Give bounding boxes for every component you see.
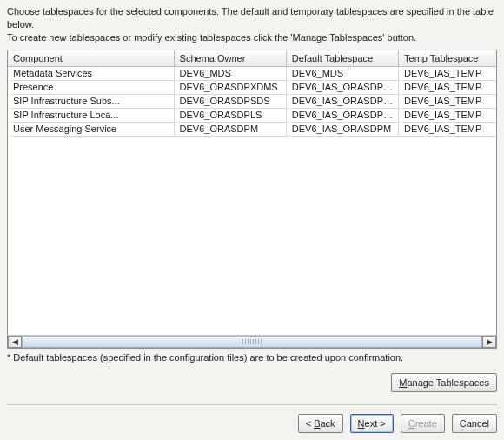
- back-button[interactable]: < Back: [298, 414, 343, 433]
- table-cell[interactable]: Presence: [8, 80, 174, 94]
- table-row[interactable]: SIP Infrastructure Loca...DEV6_ORASDPLSD…: [8, 108, 496, 122]
- create-button: Create: [401, 414, 445, 433]
- table-cell[interactable]: DEV6_IAS_TEMP: [399, 94, 496, 108]
- table-cell[interactable]: DEV6_IAS_TEMP: [399, 108, 496, 122]
- table-cell[interactable]: DEV6_IAS_ORASDPM: [286, 122, 398, 136]
- scroll-thumb[interactable]: [22, 336, 482, 348]
- col-header-temp-tablespace[interactable]: Temp Tablespace: [399, 50, 496, 67]
- wizard-nav-row: < Back Next > Create Cancel: [7, 414, 497, 433]
- scroll-track[interactable]: [22, 336, 482, 348]
- table-cell[interactable]: DEV6_ORASDPLS: [174, 108, 286, 122]
- table-row[interactable]: PresenceDEV6_ORASDPXDMSDEV6_IAS_ORASDPXD…: [8, 80, 496, 94]
- table-cell[interactable]: DEV6_IAS_TEMP: [399, 80, 496, 94]
- table-cell[interactable]: DEV6_ORASDPSDS: [174, 94, 286, 108]
- footnote-text: * Default tablespaces (specified in the …: [7, 352, 497, 363]
- horizontal-scrollbar[interactable]: ◀ ▶: [7, 335, 497, 349]
- col-header-schema-owner[interactable]: Schema Owner: [174, 50, 286, 67]
- table-row[interactable]: SIP Infrastructure Subs...DEV6_ORASDPSDS…: [8, 94, 496, 108]
- table-cell[interactable]: DEV6_ORASDPXDMS: [174, 80, 286, 94]
- instruction-line-1: Choose tablespaces for the selected comp…: [7, 5, 497, 31]
- table-row[interactable]: Metadata ServicesDEV6_MDSDEV6_MDSDEV6_IA…: [8, 66, 496, 80]
- table-cell[interactable]: DEV6_ORASDPM: [174, 122, 286, 136]
- next-button[interactable]: Next >: [350, 414, 394, 433]
- scroll-left-button[interactable]: ◀: [8, 336, 22, 348]
- col-header-default-tablespace[interactable]: Default Tablespace: [286, 50, 398, 67]
- scroll-right-button[interactable]: ▶: [482, 336, 496, 348]
- manage-tablespaces-button[interactable]: Manage Tablespaces: [391, 373, 497, 392]
- table-cell[interactable]: DEV6_IAS_ORASDPXD...: [286, 80, 398, 94]
- table-cell[interactable]: DEV6_IAS_ORASDPSDS: [286, 94, 398, 108]
- col-header-component[interactable]: Component: [8, 50, 174, 67]
- tablespace-table-container: Component Schema Owner Default Tablespac…: [7, 50, 497, 336]
- cancel-button[interactable]: Cancel: [452, 414, 497, 433]
- table-cell[interactable]: DEV6_MDS: [174, 66, 286, 80]
- separator-line: [7, 404, 497, 405]
- table-cell[interactable]: DEV6_IAS_TEMP: [399, 122, 496, 136]
- table-cell[interactable]: DEV6_MDS: [286, 66, 398, 80]
- table-row[interactable]: User Messaging ServiceDEV6_ORASDPMDEV6_I…: [8, 122, 496, 136]
- table-cell[interactable]: SIP Infrastructure Subs...: [8, 94, 174, 108]
- table-cell[interactable]: Metadata Services: [8, 66, 174, 80]
- table-cell[interactable]: DEV6_IAS_TEMP: [399, 66, 496, 80]
- instruction-text: Choose tablespaces for the selected comp…: [7, 5, 497, 44]
- instruction-line-2: To create new tablespaces or modify exis…: [7, 31, 497, 44]
- table-cell[interactable]: DEV6_IAS_ORASDPLS: [286, 108, 398, 122]
- table-cell[interactable]: User Messaging Service: [8, 122, 174, 136]
- table-cell[interactable]: SIP Infrastructure Loca...: [8, 108, 174, 122]
- tablespace-table[interactable]: Component Schema Owner Default Tablespac…: [8, 50, 496, 137]
